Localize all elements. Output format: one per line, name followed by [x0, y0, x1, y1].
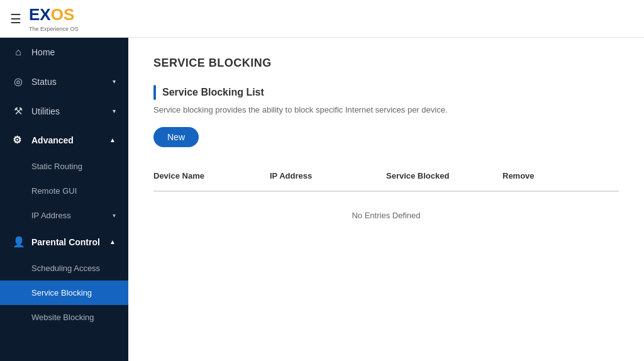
- sidebar-sub-label: Remote GUI: [31, 186, 77, 196]
- top-header: ☰ EXOS The Experience OS: [0, 0, 644, 38]
- sidebar-sub-label: Website Blocking: [31, 313, 94, 322]
- col-ip-address: IP Address: [270, 166, 386, 186]
- advanced-icon: ⚙: [13, 134, 24, 146]
- sidebar-item-label: Status: [31, 77, 57, 87]
- new-button[interactable]: New: [153, 127, 199, 147]
- chevron-up-icon: ▲: [109, 136, 116, 143]
- sidebar-item-parental-control[interactable]: 👤 Parental Control ▲: [0, 228, 128, 256]
- sidebar: ⌂ Home ◎ Status ▾ ⚒ Utilities ▾ ⚙ Advanc…: [0, 38, 128, 361]
- sidebar-item-label: Utilities: [31, 106, 60, 116]
- sidebar-sub-label: IP Address: [31, 211, 71, 220]
- parental-control-icon: 👤: [13, 236, 24, 248]
- sidebar-item-service-blocking[interactable]: Service Blocking: [0, 280, 128, 305]
- home-icon: ⌂: [13, 47, 24, 58]
- section-description: Service blocking provides the ability to…: [153, 105, 619, 114]
- sidebar-item-label: Home: [31, 47, 55, 57]
- table-header: Device Name IP Address Service Blocked R…: [153, 166, 619, 192]
- table-container: Device Name IP Address Service Blocked R…: [153, 166, 619, 239]
- sidebar-item-home[interactable]: ⌂ Home: [0, 38, 128, 67]
- sidebar-item-static-routing[interactable]: Static Routing: [0, 154, 128, 179]
- section-accent: [153, 85, 156, 100]
- page-title: SERVICE BLOCKING: [153, 57, 619, 70]
- logo-os: OS: [51, 5, 75, 24]
- col-device-name: Device Name: [153, 166, 270, 186]
- logo-ex: EX: [29, 5, 51, 24]
- sidebar-sub-label: Static Routing: [31, 162, 82, 171]
- main-layout: ⌂ Home ◎ Status ▾ ⚒ Utilities ▾ ⚙ Advanc…: [0, 38, 644, 361]
- chevron-down-icon: ▾: [113, 108, 116, 114]
- col-service-blocked: Service Blocked: [386, 166, 502, 186]
- sidebar-item-utilities[interactable]: ⚒ Utilities ▾: [0, 96, 128, 126]
- sidebar-sub-label: Scheduling Access: [31, 264, 100, 273]
- chevron-down-icon: ▾: [113, 78, 116, 85]
- sidebar-sub-label: Service Blocking: [31, 288, 92, 297]
- col-remove: Remove: [502, 166, 619, 186]
- sidebar-item-website-blocking[interactable]: Website Blocking: [0, 305, 128, 330]
- utilities-icon: ⚒: [13, 105, 24, 117]
- table-empty-message: No Entries Defined: [153, 192, 619, 239]
- sidebar-parental-label: Parental Control: [31, 237, 100, 247]
- sidebar-item-ip-address[interactable]: IP Address ▾: [0, 203, 128, 228]
- sidebar-item-scheduling-access[interactable]: Scheduling Access: [0, 256, 128, 280]
- logo: EXOS The Experience OS: [29, 5, 79, 32]
- sidebar-item-remote-gui[interactable]: Remote GUI: [0, 179, 128, 203]
- hamburger-icon[interactable]: ☰: [10, 11, 21, 26]
- chevron-down-icon: ▾: [113, 212, 116, 219]
- status-icon: ◎: [13, 75, 24, 87]
- sidebar-item-advanced[interactable]: ⚙ Advanced ▲: [0, 126, 128, 154]
- chevron-up-icon: ▲: [109, 238, 116, 245]
- sidebar-item-status[interactable]: ◎ Status ▾: [0, 67, 128, 96]
- section-title: Service Blocking List: [162, 87, 264, 98]
- section-header: Service Blocking List: [153, 85, 619, 100]
- logo-subtitle: The Experience OS: [29, 26, 79, 32]
- main-content: SERVICE BLOCKING Service Blocking List S…: [128, 38, 644, 361]
- sidebar-advanced-label: Advanced: [31, 135, 74, 145]
